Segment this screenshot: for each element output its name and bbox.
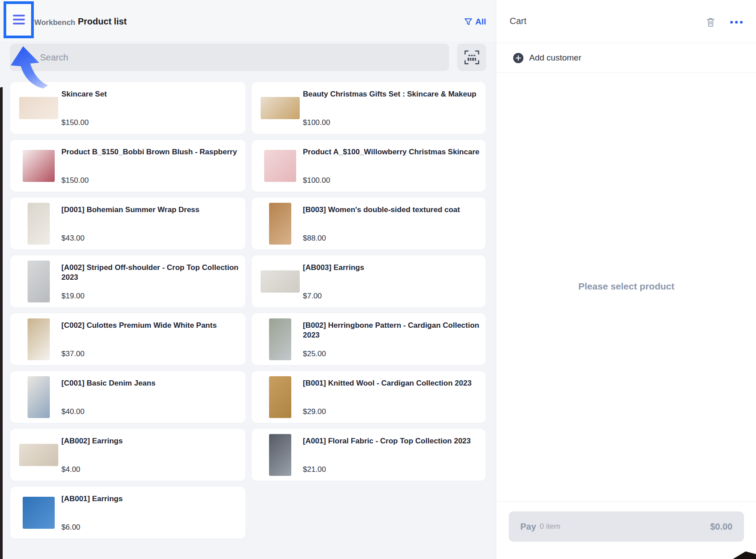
product-card[interactable]: [AB001] Earrings $6.00 — [10, 487, 245, 539]
product-card[interactable]: [C001] Basic Denim Jeans $40.00 — [10, 371, 245, 423]
pay-button[interactable]: Pay 0 item $0.00 — [509, 511, 744, 542]
product-card[interactable]: [D001] Bohemian Summer Wrap Dress $43.00 — [10, 197, 245, 249]
product-image — [261, 429, 300, 481]
plus-icon — [513, 53, 523, 63]
product-card[interactable]: [A002] Striped Off-shoulder - Crop Top C… — [10, 255, 245, 307]
product-image — [19, 255, 58, 307]
cart-more-button[interactable] — [729, 15, 744, 29]
breadcrumb-workbench[interactable]: Workbench — [34, 18, 75, 27]
product-title: [AB001] Earrings — [61, 494, 239, 504]
product-title: Beauty Christmas Gifts Set : Skincare & … — [303, 89, 479, 99]
product-title: [B002] Herringbone Pattern - Cardigan Co… — [303, 321, 479, 341]
pay-label: Pay — [520, 522, 536, 532]
product-card[interactable]: [B003] Women's double-sided textured coa… — [252, 197, 486, 249]
filter-funnel-icon — [464, 17, 473, 26]
product-title: [A001] Floral Fabric - Crop Top Collecti… — [303, 436, 479, 446]
product-title: [B003] Women's double-sided textured coa… — [303, 205, 479, 215]
product-image — [19, 371, 58, 423]
product-title: [C002] Culottes Premium Wide White Pants — [61, 321, 239, 330]
product-image — [261, 313, 300, 365]
product-image — [261, 255, 300, 307]
product-panel-header: Workbench Product list All — [0, 0, 496, 41]
product-image — [19, 313, 58, 365]
product-image — [261, 82, 300, 134]
product-card[interactable]: Beauty Christmas Gifts Set : Skincare & … — [252, 82, 486, 134]
product-price: $19.00 — [61, 292, 84, 301]
barcode-scan-button[interactable] — [457, 44, 486, 71]
product-title: [B001] Knitted Wool - Cardigan Collectio… — [303, 378, 479, 388]
product-title: [C001] Basic Denim Jeans — [61, 378, 239, 388]
product-price: $150.00 — [61, 176, 88, 185]
product-title: [D001] Bohemian Summer Wrap Dress — [61, 205, 239, 215]
filter-label: All — [475, 17, 486, 27]
barcode-scan-icon — [463, 50, 480, 65]
clear-cart-button[interactable] — [704, 15, 718, 29]
product-card[interactable]: [B001] Knitted Wool - Cardigan Collectio… — [252, 371, 486, 423]
product-price: $7.00 — [303, 292, 322, 301]
product-image — [19, 197, 58, 249]
product-title: [AB003] Earrings — [303, 263, 479, 273]
breadcrumb-product-list: Product list — [78, 16, 127, 27]
add-customer-button[interactable]: Add customer — [496, 43, 756, 73]
search-row: Search — [0, 44, 496, 71]
cart-title: Cart — [510, 16, 527, 26]
filter-button[interactable]: All — [464, 17, 486, 27]
trash-icon — [705, 16, 716, 28]
product-price: $100.00 — [303, 118, 330, 127]
product-price: $6.00 — [61, 523, 80, 532]
product-image — [261, 371, 300, 423]
product-image — [261, 140, 300, 192]
product-price: $150.00 — [61, 118, 88, 127]
product-price: $88.00 — [303, 234, 326, 243]
product-image — [19, 140, 58, 192]
product-card[interactable]: [C002] Culottes Premium Wide White Pants… — [10, 313, 245, 365]
product-price: $21.00 — [303, 465, 326, 474]
product-price: $25.00 — [303, 350, 326, 358]
pos-app: Workbench Product list All Search — [0, 0, 756, 559]
product-grid: Skincare Set $150.00 Beauty Christmas Gi… — [10, 82, 486, 539]
product-card[interactable]: [AB002] Earrings $4.00 — [10, 429, 245, 481]
cart-panel: Cart Add customer Please select product … — [496, 0, 756, 559]
pay-item-count: 0 item — [540, 522, 560, 531]
product-card[interactable]: [AB003] Earrings $7.00 — [252, 255, 486, 307]
product-card[interactable]: Product B_$150_Bobbi Brown Blush - Raspb… — [10, 140, 245, 192]
product-image — [19, 82, 58, 134]
product-price: $37.00 — [61, 350, 84, 358]
ellipsis-icon — [730, 21, 743, 24]
pay-total: $0.00 — [710, 522, 732, 532]
background-window-edge — [0, 87, 3, 559]
product-card[interactable]: [A001] Floral Fabric - Crop Top Collecti… — [252, 429, 486, 481]
search-placeholder: Search — [40, 52, 68, 63]
product-title: Skincare Set — [61, 89, 239, 99]
product-price: $4.00 — [61, 465, 80, 474]
divider — [496, 501, 756, 502]
product-title: Product B_$150_Bobbi Brown Blush - Raspb… — [61, 147, 239, 157]
product-card[interactable]: [B002] Herringbone Pattern - Cardigan Co… — [252, 313, 486, 365]
hamburger-icon — [13, 19, 25, 20]
product-image — [19, 487, 58, 539]
product-title: [A002] Striped Off-shoulder - Crop Top C… — [61, 263, 239, 283]
product-panel: Workbench Product list All Search — [0, 0, 496, 559]
product-price: $100.00 — [303, 176, 330, 185]
product-card[interactable]: Product A_$100_Willowberry Christmas Ski… — [252, 140, 486, 192]
product-image — [19, 429, 58, 481]
product-card[interactable]: Skincare Set $150.00 — [10, 82, 245, 134]
product-image — [261, 197, 300, 249]
search-input[interactable]: Search — [10, 44, 449, 71]
product-price: $43.00 — [61, 234, 84, 243]
product-title: Product A_$100_Willowberry Christmas Ski… — [303, 147, 479, 157]
product-price: $29.00 — [303, 407, 326, 416]
cart-empty-message: Please select product — [496, 281, 756, 292]
product-title: [AB002] Earrings — [61, 436, 239, 446]
menu-button[interactable] — [6, 4, 31, 35]
add-customer-label: Add customer — [529, 53, 581, 63]
product-price: $40.00 — [61, 407, 84, 416]
